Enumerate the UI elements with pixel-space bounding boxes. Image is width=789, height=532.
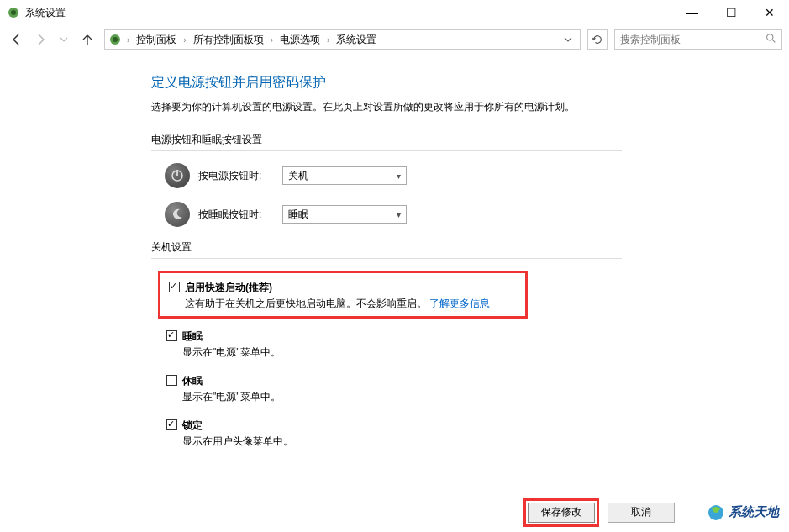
nav-forward-button[interactable] (30, 29, 50, 50)
window-controls: — ☐ ✕ (673, 0, 789, 25)
breadcrumb-item[interactable]: 所有控制面板项 (192, 33, 266, 47)
option-sleep-label: 睡眠 (182, 329, 203, 344)
nav-up-button[interactable] (77, 29, 97, 50)
breadcrumb[interactable]: › 控制面板 › 所有控制面板项 › 电源选项 › 系统设置 (104, 29, 581, 50)
breadcrumb-item[interactable]: 电源选项 (278, 33, 322, 47)
chevron-down-icon: ▾ (397, 171, 401, 181)
window-title: 系统设置 (25, 6, 66, 20)
minimize-button[interactable]: — (673, 0, 712, 25)
breadcrumb-item[interactable]: 系统设置 (334, 33, 378, 47)
section-shutdown-title: 关机设置 (151, 240, 639, 255)
close-button[interactable]: ✕ (750, 0, 789, 25)
sleep-button-label: 按睡眠按钮时: (198, 208, 282, 222)
power-button-row: 按电源按钮时: 关机 ▾ (165, 163, 639, 188)
toolbar: › 控制面板 › 所有控制面板项 › 电源选项 › 系统设置 (0, 25, 789, 54)
option-fast-startup: 启用快速启动(推荐) (169, 278, 517, 297)
power-button-label: 按电源按钮时: (198, 169, 282, 183)
refresh-button[interactable] (587, 29, 608, 50)
watermark-text: 系统天地 (729, 504, 779, 520)
chevron-right-icon: › (180, 35, 189, 45)
page-heading: 定义电源按钮并启用密码保护 (151, 74, 639, 92)
app-icon (7, 6, 20, 19)
divider (151, 258, 622, 259)
select-value: 睡眠 (288, 208, 308, 222)
chevron-right-icon: › (323, 35, 333, 45)
chevron-down-icon: ▾ (397, 210, 401, 219)
option-lock-sub: 显示在用户头像菜单中。 (182, 435, 630, 449)
select-value: 关机 (288, 169, 308, 183)
content: 定义电源按钮并启用密码保护 选择要为你的计算机设置的电源设置。在此页上对设置所做… (0, 54, 639, 452)
option-hibernate: 休眠 显示在"电源"菜单中。 (158, 368, 639, 408)
option-fast-startup-sub: 这有助于在关机之后更快地启动电脑。不会影响重启。 了解更多信息 (185, 297, 517, 311)
section-power-buttons-title: 电源按钮和睡眠按钮设置 (151, 133, 639, 147)
option-sleep-sub: 显示在"电源"菜单中。 (182, 345, 630, 360)
nav-history-button[interactable] (54, 29, 74, 50)
option-lock: 锁定 显示在用户头像菜单中。 (158, 413, 639, 452)
checkbox-hibernate[interactable] (166, 375, 177, 386)
nav-back-button[interactable] (7, 29, 27, 50)
sleep-button-select[interactable]: 睡眠 ▾ (282, 205, 407, 224)
checkbox-sleep[interactable] (166, 330, 177, 341)
breadcrumb-item[interactable]: 控制面板 (134, 33, 178, 47)
maximize-button[interactable]: ☐ (712, 0, 750, 25)
svg-point-1 (11, 10, 16, 15)
cancel-button[interactable]: 取消 (608, 503, 675, 523)
watermark-icon (707, 503, 725, 522)
learn-more-link[interactable]: 了解更多信息 (429, 298, 490, 309)
option-fast-startup-desc: 这有助于在关机之后更快地启动电脑。不会影响重启。 (185, 298, 427, 309)
option-fast-startup-highlight: 启用快速启动(推荐) 这有助于在关机之后更快地启动电脑。不会影响重启。 了解更多… (158, 271, 528, 319)
power-button-select[interactable]: 关机 ▾ (282, 166, 407, 185)
chevron-right-icon: › (267, 35, 276, 45)
breadcrumb-dropdown-icon[interactable] (560, 31, 576, 48)
option-hibernate-sub: 显示在"电源"菜单中。 (182, 390, 630, 404)
sleep-button-row: 按睡眠按钮时: 睡眠 ▾ (165, 202, 639, 227)
checkbox-fast-startup[interactable] (169, 282, 180, 292)
chevron-right-icon: › (124, 35, 133, 45)
page-description: 选择要为你的计算机设置的电源设置。在此页上对设置所做的更改将应用于你所有的电源计… (151, 100, 639, 114)
search-icon (765, 33, 776, 46)
power-icon (165, 163, 190, 188)
sleep-icon (165, 202, 190, 227)
divider (151, 150, 622, 151)
option-lock-label: 锁定 (182, 419, 203, 433)
option-sleep: 睡眠 显示在"电源"菜单中。 (158, 324, 639, 363)
search-input[interactable] (614, 29, 782, 50)
save-button[interactable]: 保存修改 (528, 503, 595, 523)
checkbox-lock[interactable] (166, 419, 177, 430)
titlebar-left: 系统设置 (7, 6, 66, 20)
svg-point-4 (767, 34, 773, 40)
svg-line-5 (772, 40, 775, 42)
breadcrumb-icon (108, 33, 122, 46)
watermark: 系统天地 (707, 503, 779, 522)
svg-point-3 (113, 37, 118, 42)
bottom-bar: 保存修改 取消 系统天地 (0, 492, 789, 532)
search-field[interactable] (620, 34, 765, 45)
titlebar: 系统设置 — ☐ ✕ (0, 0, 789, 25)
option-fast-startup-label: 启用快速启动(推荐) (185, 281, 272, 295)
option-hibernate-label: 休眠 (182, 374, 203, 388)
save-button-highlight: 保存修改 (523, 498, 599, 527)
